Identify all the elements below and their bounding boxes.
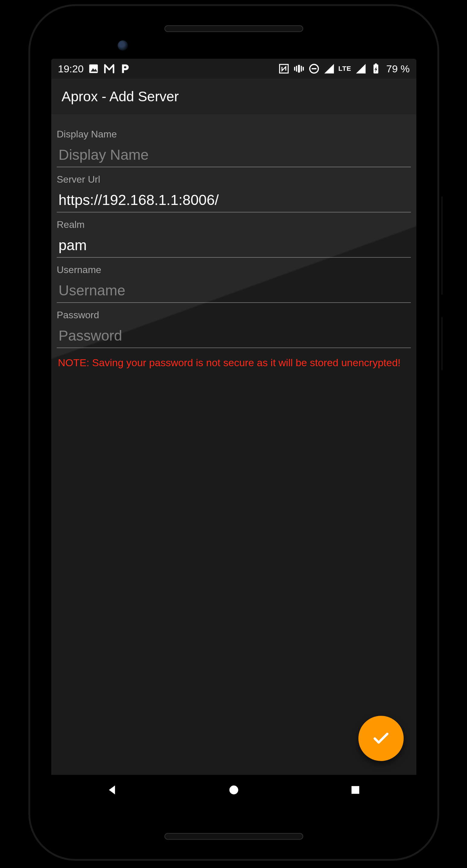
status-bar: 19:20 xyxy=(51,59,416,79)
vibrate-icon xyxy=(293,63,305,74)
network-type: LTE xyxy=(339,65,351,73)
password-label: Password xyxy=(57,310,411,321)
phone-screen: 19:20 xyxy=(51,59,416,806)
status-bar-left: 19:20 xyxy=(58,63,130,75)
do-not-disturb-icon xyxy=(308,63,320,74)
battery-charging-icon xyxy=(370,63,382,74)
status-time: 19:20 xyxy=(58,63,84,75)
phone-front-camera xyxy=(118,40,128,51)
svg-marker-16 xyxy=(109,785,115,794)
stage: 19:20 xyxy=(0,0,467,868)
home-button[interactable] xyxy=(188,778,279,803)
svg-rect-0 xyxy=(89,64,98,73)
password-warning: NOTE: Saving your password is not secure… xyxy=(57,355,411,370)
app-bar: Aprox - Add Server xyxy=(51,79,416,114)
square-recents-icon xyxy=(349,783,362,798)
username-input[interactable] xyxy=(57,278,411,303)
back-button[interactable] xyxy=(67,778,157,803)
app-p-icon xyxy=(119,63,130,74)
realm-label: Realm xyxy=(57,219,411,230)
password-input[interactable] xyxy=(57,323,411,348)
app-m-icon xyxy=(104,63,115,74)
signal-icon-2 xyxy=(355,63,367,74)
form-content: Display Name Server Url Realm Username P… xyxy=(51,114,416,370)
svg-rect-6 xyxy=(298,65,299,72)
svg-marker-11 xyxy=(324,64,334,73)
svg-rect-14 xyxy=(375,64,377,65)
signal-icon-1 xyxy=(323,63,335,74)
check-icon xyxy=(372,728,390,748)
battery-percent: 79 % xyxy=(386,63,410,75)
circle-home-icon xyxy=(227,783,240,798)
app-bar-title: Aprox - Add Server xyxy=(62,88,179,104)
svg-rect-18 xyxy=(351,786,359,794)
recents-button[interactable] xyxy=(310,778,401,803)
display-name-input[interactable] xyxy=(57,142,411,167)
phone-speaker-bottom xyxy=(165,833,303,840)
phone-side-button-right-2 xyxy=(439,316,442,371)
server-url-input[interactable] xyxy=(57,187,411,213)
realm-input[interactable] xyxy=(57,233,411,258)
phone-frame: 19:20 xyxy=(30,6,437,859)
nfc-icon xyxy=(278,63,290,74)
svg-marker-12 xyxy=(356,64,366,73)
display-name-label: Display Name xyxy=(57,129,411,140)
status-bar-right: LTE 79 % xyxy=(278,63,410,75)
username-label: Username xyxy=(57,264,411,276)
svg-point-17 xyxy=(229,785,238,794)
phone-side-button-right-1 xyxy=(439,196,442,296)
image-icon xyxy=(88,63,99,74)
system-nav-bar xyxy=(51,775,416,806)
phone-speaker-top xyxy=(165,25,303,32)
confirm-fab[interactable] xyxy=(358,716,404,761)
svg-rect-2 xyxy=(124,66,126,68)
server-url-label: Server Url xyxy=(57,174,411,185)
triangle-back-icon xyxy=(106,783,119,798)
